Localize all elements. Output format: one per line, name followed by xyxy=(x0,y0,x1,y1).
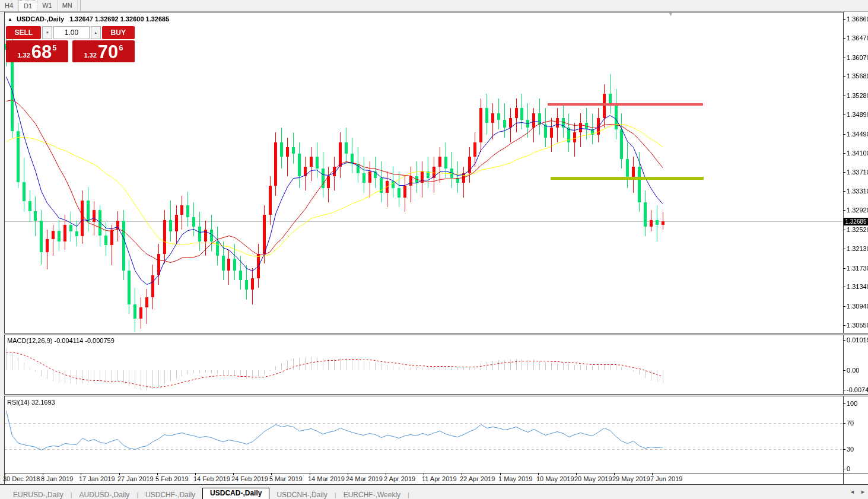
one-click-trading-panel: SELL ▼ 1.00 ▲ BUY 1.32 68 5 1.32 70 6 xyxy=(6,26,135,62)
price-tick xyxy=(843,19,845,20)
price-axis-label: 1.34490 xyxy=(847,131,868,138)
date-axis-border xyxy=(4,473,868,473)
price-tick xyxy=(843,38,845,39)
price-axis-label: 1.36860 xyxy=(847,15,868,23)
price-axis-label: 1.35280 xyxy=(847,92,868,99)
price-axis-label: 1.34890 xyxy=(847,111,868,118)
current-price-tag: 1.32685 xyxy=(844,218,868,225)
date-axis-label: 27 Jan 2019 xyxy=(117,475,154,482)
tab-separator: | xyxy=(408,491,409,498)
price-tick xyxy=(843,191,845,192)
rsi-axis-label: 70 xyxy=(847,419,854,427)
buy-price-pip: 6 xyxy=(119,43,123,52)
date-axis-label: 14 Mar 2019 xyxy=(308,475,345,482)
rsi-axis-label: 0 xyxy=(847,465,850,472)
sell-price-prefix: 1.32 xyxy=(17,52,30,59)
rsi-tick xyxy=(843,423,845,424)
panel-separator-rsi[interactable] xyxy=(4,394,868,396)
chart-symbol-label: USDCAD-,Daily xyxy=(17,15,64,23)
chart-border xyxy=(4,12,5,485)
date-axis-label: 5 Feb 2019 xyxy=(155,475,189,482)
price-tick xyxy=(843,306,845,307)
price-tick xyxy=(843,115,845,115)
volume-input[interactable]: 1.00 xyxy=(53,26,89,39)
price-tick xyxy=(843,210,845,211)
price-axis-label: 1.31730 xyxy=(847,265,868,272)
date-axis-label: 1 May 2019 xyxy=(498,475,532,482)
chart-tab-usdcnh[interactable]: USDCNH-,Daily xyxy=(269,491,334,499)
price-tick xyxy=(843,58,845,58)
sell-price-box[interactable]: 1.32 68 5 xyxy=(6,40,68,62)
buy-price-prefix: 1.32 xyxy=(84,52,96,59)
date-axis-label: 14 Feb 2019 xyxy=(193,475,230,482)
volume-increase-button[interactable]: ▲ xyxy=(91,26,101,39)
price-tick xyxy=(843,287,845,287)
date-axis-label: 8 Jan 2019 xyxy=(41,475,73,482)
resistance-line[interactable] xyxy=(548,103,703,106)
tab-scroll-right-icon[interactable]: ► xyxy=(860,489,866,495)
date-axis-label: 11 Apr 2019 xyxy=(422,475,457,482)
date-axis-label: 7 Jun 2019 xyxy=(650,475,682,482)
chart-title: ▲ USDCAD-,Daily 1.32647 1.32692 1.32600 … xyxy=(8,15,169,23)
price-axis-label: 1.32920 xyxy=(847,206,868,214)
buy-button[interactable]: BUY xyxy=(102,26,135,39)
chart-tab-eurusd[interactable]: EURUSD-,Daily xyxy=(6,491,71,499)
rsi-axis-label: 100 xyxy=(847,400,857,407)
chart-tabs-bar: EURUSD-,Daily|AUDUSD-,Daily|USDCHF-,Dail… xyxy=(0,490,868,499)
toolbar-separator xyxy=(80,0,81,11)
sell-button[interactable]: SELL xyxy=(6,26,41,39)
scroll-to-end-marker-icon[interactable]: ▼ xyxy=(668,11,673,17)
rsi-tick xyxy=(843,403,845,404)
timeframe-button-mn[interactable]: MN xyxy=(58,0,78,11)
date-axis-label: 20 May 2019 xyxy=(574,475,612,482)
date-axis-label: 10 May 2019 xyxy=(536,475,574,482)
price-axis-label: 1.30940 xyxy=(847,303,868,310)
price-axis-label: 1.33310 xyxy=(847,187,868,195)
rsi-tick xyxy=(843,469,845,469)
volume-decrease-button[interactable]: ▼ xyxy=(42,26,52,39)
price-tick xyxy=(843,325,845,326)
horizontal-scroll-strip[interactable] xyxy=(0,485,868,490)
price-chart-canvas[interactable] xyxy=(5,12,843,473)
date-axis-label: 30 Dec 2018 xyxy=(3,475,40,482)
price-axis-label: 1.36070 xyxy=(847,54,868,61)
date-axis-label: 22 Apr 2019 xyxy=(460,475,495,482)
rsi-indicator-label: RSI(14) 32.1693 xyxy=(7,399,55,406)
buy-price-big: 70 xyxy=(98,43,118,61)
macd-axis-label: -0.0074763 xyxy=(847,386,868,393)
price-axis-label: 1.33710 xyxy=(847,169,868,176)
price-axis-label: 1.34100 xyxy=(847,150,868,157)
price-tick xyxy=(843,268,845,269)
price-tick xyxy=(843,249,845,249)
timeframe-button-d1[interactable]: D1 xyxy=(18,0,37,11)
price-tick xyxy=(843,153,845,154)
macd-indicator-label: MACD(12,26,9) -0.004114 -0.000759 xyxy=(7,337,115,344)
panel-separator-macd[interactable] xyxy=(4,333,868,335)
price-axis-label: 1.35680 xyxy=(847,72,868,80)
chart-tab-usdchf[interactable]: USDCHF-,Daily xyxy=(138,491,202,499)
macd-axis-label: 0.010199 xyxy=(847,336,868,344)
chart-tab-eurchf[interactable]: EURCHF-,Weekly xyxy=(336,491,408,499)
collapse-triangle-icon[interactable]: ▲ xyxy=(8,17,12,22)
price-tick xyxy=(843,230,845,230)
support-line[interactable] xyxy=(551,177,704,180)
timeframe-button-w1[interactable]: W1 xyxy=(37,0,58,11)
price-axis-label: 1.30550 xyxy=(847,322,868,329)
chart-tab-audusd[interactable]: AUDUSD-,Daily xyxy=(72,491,137,499)
chart-ohlc-values: 1.32647 1.32692 1.32600 1.32685 xyxy=(69,15,169,23)
chart-tab-usdcad[interactable]: USDCAD-,Daily xyxy=(202,488,269,499)
price-tick xyxy=(843,172,845,173)
tab-scroll-left-icon[interactable]: ◄ xyxy=(850,489,855,495)
date-axis-label: 24 Mar 2019 xyxy=(346,475,383,482)
macd-axis-label: 0.00 xyxy=(847,367,859,374)
price-axis-label: 1.32520 xyxy=(847,226,868,233)
buy-price-box[interactable]: 1.32 70 6 xyxy=(72,40,135,62)
rsi-tick xyxy=(843,449,845,450)
price-tick xyxy=(843,134,845,135)
timeframe-button-h4[interactable]: H4 xyxy=(0,0,18,11)
chart-border xyxy=(4,12,843,12)
sell-price-pip: 5 xyxy=(52,43,56,52)
sell-price-big: 68 xyxy=(31,43,52,61)
price-tick xyxy=(843,96,845,96)
date-axis-label: 29 May 2019 xyxy=(612,475,650,482)
